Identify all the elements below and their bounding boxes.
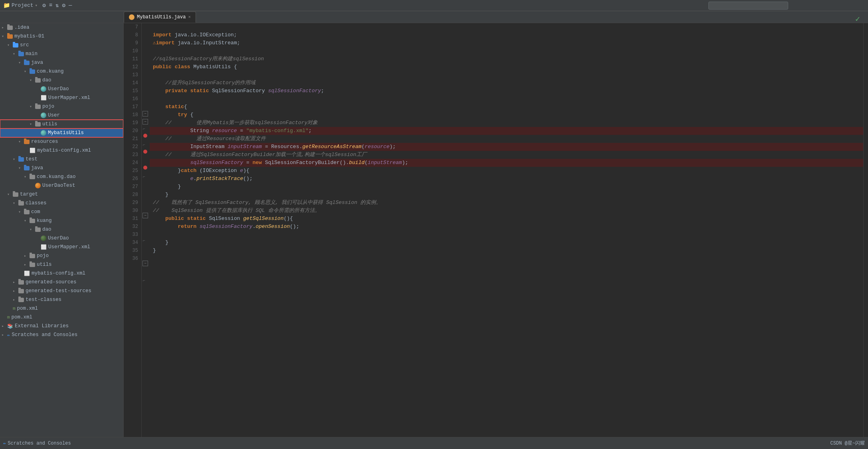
sidebar-item-idea[interactable]: .idea: [0, 23, 123, 32]
bottom-bar: ✏ Scratches and Consoles CSDN @星~闪耀: [0, 437, 868, 449]
tab-label: MybatisUtils.java: [137, 14, 186, 20]
folder-icon: [7, 26, 13, 30]
code-line-34: }: [150, 239, 863, 247]
sidebar-item-java2[interactable]: java: [0, 164, 123, 172]
sidebar-label: Scratches and Consoles: [12, 332, 77, 338]
search-box[interactable]: [708, 2, 788, 10]
tree-arrow: [13, 297, 18, 302]
folder-icon: [24, 140, 30, 144]
code-line-25: }catch (IOException e){: [150, 167, 863, 175]
pom-icon: m: [13, 306, 16, 311]
code-line-14: //提升SqlSessionFactory的作用域: [150, 79, 863, 87]
project-header[interactable]: 📁 Project ▾: [3, 2, 38, 9]
code-line-12: public class MybatisUtils {: [150, 63, 863, 71]
scratches-icon: ✏: [7, 332, 10, 338]
folder-icon: [18, 201, 24, 206]
breakpoint-20[interactable]: [143, 134, 147, 138]
editor-scrollbar[interactable]: [863, 23, 868, 437]
code-line-35: }: [150, 247, 863, 255]
code-line-28: }: [150, 191, 863, 199]
sidebar-item-dao[interactable]: dao: [0, 76, 123, 85]
code-editor[interactable]: import java.io.IOException; ⚠import java…: [150, 23, 863, 437]
sidebar-label: UserDao: [48, 86, 69, 92]
sidebar-item-usermapper2[interactable]: ⬜ UserMapper.xml: [0, 243, 123, 251]
sidebar-item-scratches[interactable]: ✏ Scratches and Consoles: [0, 330, 123, 339]
gear-icon[interactable]: ⚙: [62, 2, 65, 9]
sidebar-item-userdao[interactable]: UserDao: [0, 85, 123, 93]
tree-arrow: [24, 69, 30, 74]
code-line-7: [150, 23, 863, 31]
sidebar-item-src[interactable]: src: [0, 41, 123, 49]
sidebar-item-mybatisconfig2[interactable]: ⬜ mybatis-config.xml: [0, 269, 123, 278]
code-line-22: InputStream inputStream = Resources.getR…: [150, 143, 863, 151]
code-line-26: e.printStackTrace();: [150, 175, 863, 183]
tree-arrow: [24, 218, 30, 223]
sidebar-item-mybatis01[interactable]: mybatis-01: [0, 32, 123, 41]
scratches-console-item[interactable]: ✏ Scratches and Consoles: [3, 440, 71, 446]
tab-mybatisutils[interactable]: MybatisUtils.java ×: [124, 12, 196, 23]
sidebar-item-test[interactable]: test: [0, 155, 123, 164]
xml-icon: ⬜: [41, 244, 47, 250]
sidebar-item-java[interactable]: java: [0, 58, 123, 67]
java-icon: [35, 183, 41, 188]
sidebar-label: generated-sources: [26, 279, 77, 285]
sidebar-item-user[interactable]: User: [0, 111, 123, 120]
fold-marker-17[interactable]: −: [142, 111, 148, 117]
tab-bar: MybatisUtils.java ×: [0, 11, 868, 23]
tree-arrow: [24, 262, 30, 267]
sidebar-item-target[interactable]: target: [0, 190, 123, 199]
folder-icon: [18, 157, 24, 162]
sidebar-item-generated-test-sources[interactable]: generated-test-sources: [0, 287, 123, 295]
sidebar-item-classes[interactable]: classes: [0, 199, 123, 208]
fold-arrow: ⌐: [143, 127, 145, 131]
sidebar-item-test-classes[interactable]: test-classes: [0, 295, 123, 304]
tree-arrow: [18, 210, 24, 214]
settings-icon[interactable]: ⚙: [42, 2, 45, 9]
sidebar-item-main[interactable]: main: [0, 49, 123, 58]
sidebar-label: mybatis-config.xml: [37, 148, 91, 153]
sidebar-item-mybatisconfig[interactable]: ⬜ mybatis-config.xml: [0, 146, 123, 155]
code-line-10: [150, 47, 863, 55]
sidebar-item-userdaotest[interactable]: UserDaoTest: [0, 181, 123, 190]
sidebar-item-pom[interactable]: m pom.xml: [0, 304, 123, 313]
folder-icon: [35, 105, 41, 109]
sidebar-label: pojo: [42, 104, 54, 109]
sidebar-item-dao2[interactable]: dao: [0, 225, 123, 234]
fold-marker-18[interactable]: −: [142, 119, 148, 125]
tree-arrow: [13, 201, 18, 206]
gutter: − − − − ⌐ ⌐ ⌐ ⌐ ⌐: [142, 23, 150, 437]
xml-icon: ⬜: [41, 95, 47, 101]
sidebar-item-comkuangdao[interactable]: com.kuang.dao: [0, 172, 123, 181]
code-line-18: try {: [150, 111, 863, 119]
sidebar-item-com[interactable]: com: [0, 208, 123, 216]
minimize-icon[interactable]: —: [69, 2, 72, 9]
main-area: .idea mybatis-01 src main java: [0, 23, 868, 437]
breakpoint-22[interactable]: [143, 150, 147, 154]
sidebar-item-comkuang[interactable]: com.kuang: [0, 67, 123, 76]
sidebar-item-kuang[interactable]: kuang: [0, 216, 123, 225]
sidebar-item-resources[interactable]: resources: [0, 137, 123, 146]
sidebar-item-pojo[interactable]: pojo: [0, 102, 123, 111]
sidebar-label: utils: [42, 121, 57, 127]
sidebar-item-pojo2[interactable]: pojo: [0, 251, 123, 260]
fold-marker-25[interactable]: −: [142, 213, 148, 218]
list-icon[interactable]: ≡: [49, 2, 52, 9]
code-line-21: // 通过Resources读取配置文件: [150, 135, 863, 143]
sort-icon[interactable]: ⇅: [55, 2, 59, 9]
sidebar-item-utils[interactable]: utils: [0, 120, 123, 129]
sidebar-item-external-libraries[interactable]: 📚 External Libraries: [0, 322, 123, 330]
sidebar-item-userdao2[interactable]: UserDao: [0, 234, 123, 243]
sidebar-item-mybatisutils[interactable]: MybatisUtils: [0, 129, 123, 137]
dropdown-icon[interactable]: ▾: [35, 3, 38, 8]
folder-icon: [35, 122, 41, 127]
fold-marker-31[interactable]: −: [142, 261, 148, 266]
sidebar-label: pojo: [37, 253, 49, 259]
sidebar-item-utils2[interactable]: utils: [0, 260, 123, 269]
sidebar-item-generated-sources[interactable]: generated-sources: [0, 278, 123, 287]
sidebar-item-pom2[interactable]: m pom.xml: [0, 313, 123, 322]
tab-close-button[interactable]: ×: [188, 15, 191, 20]
sidebar-label: UserMapper.xml: [48, 244, 90, 250]
breakpoint-24[interactable]: [143, 166, 147, 170]
sidebar-item-usermapper[interactable]: ⬜ UserMapper.xml: [0, 93, 123, 102]
sidebar-label: resources: [31, 139, 58, 144]
